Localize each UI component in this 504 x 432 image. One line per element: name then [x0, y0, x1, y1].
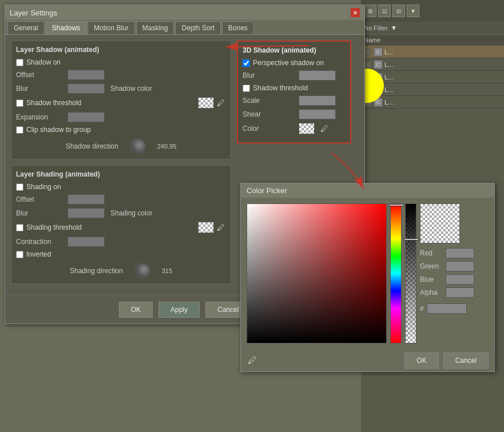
ok-button[interactable]: OK: [119, 302, 153, 318]
clip-shadow-checkbox[interactable]: [16, 126, 23, 134]
contraction-label: Contraction: [16, 238, 68, 246]
color-picker-titlebar: Color Picker: [241, 183, 494, 198]
shadow-direction-knob[interactable]: [130, 138, 146, 154]
3d-blur-input[interactable]: 10: [299, 70, 336, 81]
blur-input[interactable]: 4.2854: [68, 83, 105, 94]
shadow-eyedropper-button[interactable]: 🖊: [216, 98, 226, 107]
3d-shadow-threshold-row: Shadow threshold: [243, 84, 346, 92]
layer-item[interactable]: C L...: [361, 46, 504, 58]
blue-row: Blue 0: [420, 274, 483, 285]
3d-shadow-threshold-checkbox[interactable]: [243, 85, 250, 92]
green-input[interactable]: 0: [446, 261, 474, 271]
hex-input[interactable]: 000000: [427, 303, 467, 314]
inverted-label: Inverted: [26, 250, 51, 258]
shading-blur-input[interactable]: 48: [68, 208, 105, 218]
toolbar-btn-2[interactable]: ⊡: [378, 5, 391, 17]
expansion-row: Expansion 0: [16, 112, 226, 122]
3d-color-eyedropper-button[interactable]: 🖊: [319, 124, 330, 133]
clip-shadow-row: Clip shadow to group: [16, 126, 226, 134]
inverted-row: Inverted: [16, 250, 226, 258]
3d-color-swatch[interactable]: [299, 123, 315, 134]
layer-icon: C: [374, 47, 383, 57]
color-preview-swatch: [420, 203, 460, 243]
perspective-label: Perspective shadow on: [253, 59, 324, 67]
tab-bones[interactable]: Bones: [222, 21, 254, 34]
red-input[interactable]: 0: [446, 248, 474, 258]
shadow-color-label: Shadow color: [110, 85, 152, 93]
shading-threshold-checkbox[interactable]: [16, 224, 23, 231]
tab-general[interactable]: General: [7, 21, 45, 34]
shading-threshold-label: Shading threshold: [26, 223, 82, 231]
shading-direction-knob[interactable]: [134, 263, 150, 279]
color-picker-dialog: Color Picker Red 0 Green 0: [240, 183, 495, 372]
toolbar-btn-4[interactable]: ▼: [407, 5, 419, 17]
color-values-panel: Red 0 Green 0 Blue 0 Alpha 74 # 00000: [420, 248, 483, 314]
layer-item[interactable]: C L...: [361, 96, 504, 109]
layer-item[interactable]: C L...: [361, 58, 504, 71]
shadow-threshold-label: Shadow threshold: [26, 99, 81, 107]
alpha-slider[interactable]: [405, 203, 416, 343]
dialog-titlebar: Layer Settings ×: [5, 5, 364, 20]
shading-color-label: Shading color: [110, 209, 152, 217]
filter-row: No Filter ▼: [361, 22, 504, 35]
alpha-input[interactable]: 74: [446, 287, 474, 298]
apply-button[interactable]: Apply: [158, 302, 200, 318]
perspective-checkbox[interactable]: [243, 59, 250, 67]
contraction-input[interactable]: 0: [68, 237, 105, 247]
tab-motion-blur[interactable]: Motion Blur: [88, 21, 135, 34]
close-button[interactable]: ×: [351, 8, 360, 17]
shadow-direction-area: Shadow direction 240.95: [16, 138, 226, 154]
shadow-3d-title: 3D Shadow (animated): [243, 46, 346, 54]
shadow-direction-value: 240.95: [157, 143, 177, 150]
3d-blur-row: Blur 10: [243, 70, 346, 81]
shading-direction-area: Shading direction 315: [16, 263, 226, 279]
tab-depth-sort[interactable]: Depth Sort: [175, 21, 220, 34]
expansion-input[interactable]: 0: [68, 112, 105, 122]
green-label: Green: [420, 262, 443, 270]
shadow-threshold-checkbox[interactable]: [16, 99, 23, 107]
blue-input[interactable]: 0: [446, 274, 474, 285]
shading-offset-input[interactable]: 24: [68, 194, 105, 205]
shading-blur-label: Blur: [16, 209, 68, 217]
color-picker-eyedropper-button[interactable]: 🖊: [247, 355, 258, 366]
toolbar-btn-1[interactable]: ⊞: [364, 5, 376, 17]
shading-on-checkbox[interactable]: [16, 183, 23, 191]
color-picker-cancel-button[interactable]: Cancel: [443, 353, 489, 369]
shadow-on-checkbox[interactable]: [16, 59, 23, 66]
shadow-on-label: Shadow on: [26, 58, 61, 66]
blue-label: Blue: [420, 275, 443, 283]
shadow-on-row: Shadow on: [16, 58, 226, 66]
shadow-3d-box: 3D Shadow (animated) Perspective shadow …: [237, 41, 351, 143]
red-label: Red: [420, 249, 443, 257]
hue-slider[interactable]: [390, 203, 402, 343]
layer-eye[interactable]: [364, 61, 372, 69]
alpha-handle[interactable]: [404, 238, 419, 241]
shading-direction-value: 315: [162, 267, 172, 274]
toolbar-btn-3[interactable]: ⊟: [392, 5, 405, 17]
color-gradient-box[interactable]: [247, 203, 387, 343]
contraction-row: Contraction 0: [16, 237, 226, 247]
shadow-color-swatch[interactable]: [198, 97, 214, 109]
scale-input[interactable]: -5: [299, 95, 336, 106]
tab-shadows[interactable]: Shadows: [46, 21, 86, 34]
dialog-title: Layer Settings: [10, 9, 57, 17]
shear-input[interactable]: 0.08: [299, 109, 336, 119]
shading-color-swatch[interactable]: [198, 222, 214, 233]
shading-eyedropper-button[interactable]: 🖊: [216, 223, 226, 232]
shading-blur-row: Blur 48 Shading color: [16, 208, 226, 218]
layer-name: L...: [384, 99, 501, 106]
shear-row: Shear 0.08: [243, 109, 346, 119]
layer-name: L...: [384, 74, 501, 81]
layer-shadow-title: Layer Shadow (animated): [16, 46, 226, 54]
inverted-checkbox[interactable]: [16, 251, 23, 258]
color-picker-title: Color Picker: [247, 186, 287, 195]
layer-eye[interactable]: [364, 48, 372, 56]
offset-input[interactable]: 26: [68, 70, 105, 80]
perspective-row: Perspective shadow on: [243, 59, 346, 67]
clip-shadow-label: Clip shadow to group: [26, 126, 91, 134]
filter-dropdown-icon[interactable]: ▼: [391, 24, 398, 32]
tab-masking[interactable]: Masking: [136, 21, 174, 34]
color-picker-ok-button[interactable]: OK: [404, 353, 438, 369]
right-toolbar: ⊞ ⊡ ⊟ ▼: [361, 0, 504, 22]
hue-handle[interactable]: [389, 204, 404, 206]
